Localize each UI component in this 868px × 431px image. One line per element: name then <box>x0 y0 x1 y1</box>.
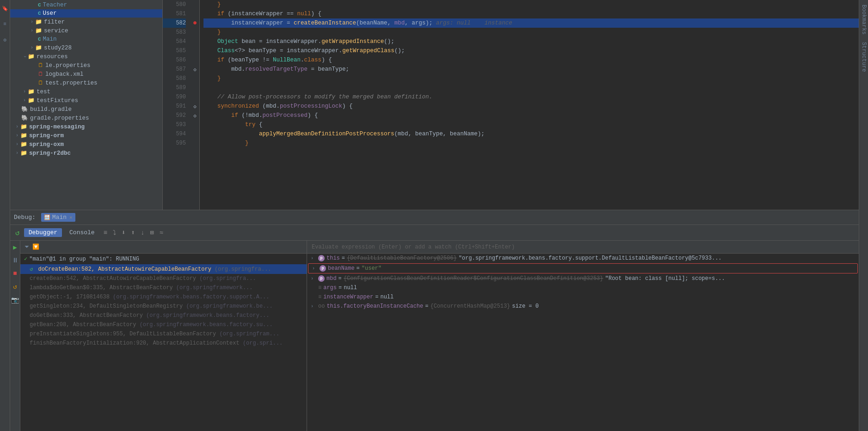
folder-icon-spring-r2dbc: 📁 <box>20 150 27 157</box>
tree-item-test-fixtures[interactable]: › 📁 testFixtures <box>10 96 162 105</box>
filter-lines-icon[interactable]: ≡ <box>102 228 109 237</box>
folder-icon-study228: 📁 <box>35 44 42 51</box>
debug-main-tab[interactable]: 🪟 Main ✕ <box>41 213 75 222</box>
settings-icon[interactable]: ≈ <box>158 228 165 237</box>
line-586: if (beanType != NullBean.class) { <box>203 55 859 65</box>
tree-label-teacher: Teacher <box>43 2 68 8</box>
vars-panel: Evaluate expression (Enter) or add a wat… <box>307 241 859 431</box>
tree-item-main[interactable]: C Main <box>10 35 162 43</box>
var-instancewrapper[interactable]: › ≡ instanceWrapper = null <box>307 292 859 302</box>
tree-item-le-properties[interactable]: 🗒 le.properties <box>10 61 162 70</box>
var-eq-mbd: = <box>339 275 342 282</box>
java-c-icon-main: C <box>38 36 41 42</box>
expand-arrow-spring-oxm: › <box>14 142 20 147</box>
tree-item-resources[interactable]: › 📁 resources <box>10 52 162 61</box>
expand-arrow-spring-messaging: › <box>14 124 20 129</box>
tree-label-user: User <box>43 10 57 17</box>
folder-icon-service: 📁 <box>35 27 42 34</box>
expand-arrow-spring-orm: › <box>14 133 20 138</box>
expand-this[interactable]: › <box>311 256 316 261</box>
step-into-icon[interactable]: ⬇ <box>120 228 127 237</box>
var-name-mbd: mbd <box>326 275 337 282</box>
oo-icon-factory: oo <box>318 303 325 310</box>
tree-item-spring-messaging[interactable]: › 📁 spring-messaging <box>10 122 162 131</box>
var-beanname[interactable]: › p beanName = "user" <box>308 263 858 273</box>
expand-beanname[interactable]: › <box>312 266 318 271</box>
tree-item-gradle-properties[interactable]: 🐘 gradle.properties <box>10 114 162 122</box>
eval-bar[interactable]: Evaluate expression (Enter) or add a wat… <box>307 241 859 254</box>
debug-toolbar: ↺ Debugger Console ≡ ⤵ ⬇ ⬆ ↓ ⊞ ≈ <box>10 225 859 241</box>
rerun-icon[interactable]: ↺ <box>13 283 17 291</box>
tree-item-study228[interactable]: › 📁 study228 <box>10 43 162 52</box>
stack-frame-6[interactable]: getBean:208, AbstractBeanFactory (org.sp… <box>20 320 307 329</box>
frame-1-content: createBean:542, AbstractAutowireCapableB… <box>30 275 256 282</box>
code-content: } if (instanceWrapper == null) { instanc… <box>200 0 859 210</box>
stack-frame-4[interactable]: getSingleton:234, DefaultSingletonBeanRe… <box>20 302 307 311</box>
frame-4-content: getSingleton:234, DefaultSingletonBeanRe… <box>30 303 273 310</box>
expand-mbd[interactable]: › <box>311 276 316 281</box>
stop-icon[interactable]: ■ <box>13 270 17 277</box>
folder-icon-filter: 📁 <box>35 18 42 25</box>
tree-item-test-properties[interactable]: 🗒 test.properties <box>10 79 162 87</box>
rebel-icon[interactable]: ⚙ <box>1 36 9 43</box>
step-over-icon[interactable]: ⤵ <box>111 228 117 237</box>
gutter-582-breakpoint[interactable]: ● <box>193 18 197 28</box>
tree-item-spring-oxm[interactable]: › 📁 spring-oxm <box>10 140 162 149</box>
resume-icon[interactable]: ↺ <box>14 227 21 238</box>
tree-label-spring-messaging: spring-messaging <box>29 124 85 130</box>
eval-placeholder: Evaluate expression (Enter) or add a wat… <box>312 244 515 250</box>
eq-icon-args: ≡ <box>318 285 321 291</box>
tab-console[interactable]: Console <box>65 228 99 237</box>
tree-item-service[interactable]: › 📁 service <box>10 26 162 35</box>
bookmarks-label[interactable]: Bookmarks <box>861 5 867 35</box>
java-c-icon: C <box>38 2 41 8</box>
line-593: try { <box>203 120 859 129</box>
stack-frame-7[interactable]: preInstantiateSingletons:955, DefaultLis… <box>20 329 307 339</box>
line-582: instanceWrapper = createBeanInstance(bea… <box>203 18 859 28</box>
debug-tab-close[interactable]: ✕ <box>69 214 73 220</box>
var-factorybeaninstancecache[interactable]: › oo this.factoryBeanInstanceCache = {Co… <box>307 302 859 311</box>
line-585: Class<?> beanType = instanceWrapper.getW… <box>203 46 859 55</box>
thread-check-icon: ✓ <box>24 255 27 262</box>
tab-debugger[interactable]: Debugger <box>24 228 62 237</box>
bookmark-icon[interactable]: 🔖 <box>1 5 9 12</box>
expand-factory[interactable]: › <box>311 304 316 309</box>
stack-frame-8[interactable]: finishBeanFactoryInitialization:920, Abs… <box>20 339 307 348</box>
run-to-cursor-icon[interactable]: ↓ <box>139 228 146 237</box>
tree-item-spring-orm[interactable]: › 📁 spring-orm <box>10 131 162 140</box>
structure-label[interactable]: Structure <box>861 42 867 72</box>
pause-icon[interactable]: ⏸ <box>12 257 18 264</box>
gutter-592: ◇ <box>193 111 197 120</box>
tree-item-spring-r2dbc[interactable]: › 📁 spring-r2dbc <box>10 149 162 158</box>
tree-item-test[interactable]: › 📁 test <box>10 87 162 96</box>
tree-item-filter[interactable]: › 📁 filter <box>10 18 162 26</box>
line-581: if (instanceWrapper == null) { <box>203 9 859 18</box>
tree-item-user[interactable]: C User <box>10 9 162 18</box>
gradle-icon-props: 🐘 <box>21 115 28 121</box>
var-args[interactable]: › ≡ args = null <box>307 283 859 292</box>
expand-arrow-study228: › <box>29 45 35 50</box>
tree-item-teacher[interactable]: C Teacher <box>10 1 162 9</box>
tree-label-main: Main <box>43 36 57 42</box>
var-eq-this: = <box>342 255 345 261</box>
structure-icon[interactable]: ≡ <box>1 20 9 28</box>
camera-icon[interactable]: 📷 <box>11 296 19 304</box>
thread-label: ✓ "main"@1 in group "main": RUNNING <box>20 254 307 264</box>
tree-label-test: test <box>37 89 50 95</box>
var-mbd[interactable]: › p mbd = {ConfigurationClassBeanDefinit… <box>307 274 859 283</box>
stack-frame-2[interactable]: lambda$doGetBean$0:335, AbstractBeanFact… <box>20 283 307 292</box>
stack-frame-5[interactable]: doGetBean:333, AbstractBeanFactory (org.… <box>20 311 307 320</box>
properties-icon-test: 🗒 <box>38 79 43 86</box>
frames-icon[interactable]: ⊞ <box>148 228 155 237</box>
line-595: } <box>203 139 859 148</box>
stack-frame-1[interactable]: createBean:542, AbstractAutowireCapableB… <box>20 274 307 283</box>
var-this[interactable]: › p this = {DefaultListableBeanFactory@2… <box>307 254 859 263</box>
step-out-icon[interactable]: ⬆ <box>130 228 136 237</box>
run-icon[interactable]: ▶ <box>13 243 17 251</box>
stack-frame-3[interactable]: getObject:-1, 1710814638 (org.springfram… <box>20 292 307 302</box>
var-val-beanname: "user" <box>362 265 382 272</box>
folder-icon-resources: 📁 <box>28 53 35 60</box>
stack-frame-0[interactable]: ↺ doCreateBean:582, AbstractAutowireCapa… <box>20 264 307 274</box>
tree-item-build-gradle[interactable]: 🐘 build.gradle <box>10 105 162 114</box>
tree-item-logback[interactable]: 🗒 logback.xml <box>10 70 162 79</box>
